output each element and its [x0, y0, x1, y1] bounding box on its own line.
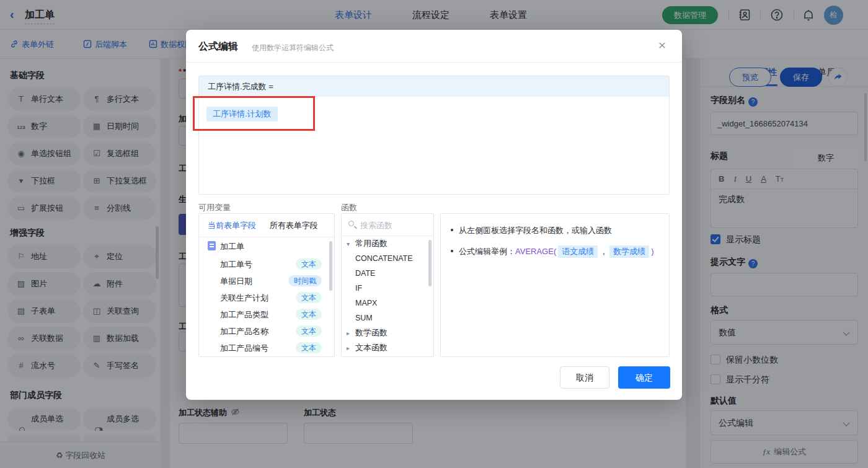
- variables-scrollbar[interactable]: [329, 241, 332, 291]
- function-item[interactable]: MAPX: [342, 296, 433, 311]
- variables-panel: 当前表单字段 所有表单字段 加工单 加工单号文本 单据日期时间戳 关联生产计划文…: [198, 213, 335, 357]
- example-field-chip: 数学成绩: [609, 245, 649, 258]
- type-badge: 文本: [296, 309, 322, 320]
- variable-row[interactable]: 关联生产计划文本: [199, 289, 334, 306]
- type-badge: 文本: [296, 342, 322, 353]
- formula-editor: 工序详情.完成数 = 工序详情.计划数: [198, 76, 670, 195]
- variable-row[interactable]: 加工产品编号文本: [199, 340, 334, 356]
- function-search-input[interactable]: [360, 218, 428, 232]
- type-badge: 文本: [296, 325, 322, 337]
- variables-tabs: 当前表单字段 所有表单字段: [199, 214, 334, 237]
- tip-line-2: 公式编辑举例：AVERAGE(语文成绩，数学成绩): [451, 245, 659, 258]
- type-badge: 文本: [296, 258, 322, 270]
- variable-row[interactable]: 加工单号文本: [199, 256, 334, 273]
- type-badge: 时间戳: [288, 275, 322, 286]
- tree-root-form[interactable]: 加工单: [199, 237, 334, 256]
- tab-all-form-fields[interactable]: 所有表单字段: [270, 214, 318, 237]
- annotation-highlight-box: [193, 96, 315, 131]
- functions-panel: ▾常用函数 CONCATENATE DATE IF MAPX SUM ▸数学函数…: [341, 213, 434, 357]
- formula-target: 工序详情.完成数 =: [199, 76, 669, 97]
- function-group-math[interactable]: ▸数学函数: [342, 325, 433, 340]
- tab-current-form-fields[interactable]: 当前表单字段: [208, 214, 256, 237]
- function-item[interactable]: SUM: [342, 311, 433, 325]
- functions-scrollbar[interactable]: [428, 240, 432, 286]
- cancel-button[interactable]: 取消: [560, 366, 609, 389]
- tip-line-1: 从左侧面板选择字段名和函数，或输入函数: [451, 225, 659, 236]
- functions-label: 函数: [341, 202, 357, 213]
- search-icon: [348, 221, 354, 226]
- function-item[interactable]: DATE: [342, 266, 433, 281]
- bullet-icon: [451, 229, 453, 231]
- close-icon[interactable]: ×: [658, 38, 666, 51]
- formula-editor-modal: 公式编辑 使用数学运算符编辑公式 × 工序详情.完成数 = 工序详情.计划数 可…: [186, 30, 682, 400]
- function-item[interactable]: IF: [342, 281, 433, 296]
- divider: [186, 62, 682, 63]
- modal-subtitle: 使用数学运算符编辑公式: [252, 43, 334, 53]
- function-search: [342, 214, 433, 236]
- form-document-icon: [208, 241, 216, 250]
- modal-title: 公式编辑: [198, 40, 238, 53]
- function-group-text[interactable]: ▸文本函数: [342, 340, 433, 355]
- tips-panel: 从左侧面板选择字段名和函数，或输入函数 公式编辑举例：AVERAGE(语文成绩，…: [440, 213, 670, 357]
- bullet-icon: [451, 250, 453, 252]
- type-badge: 文本: [296, 292, 322, 303]
- function-item[interactable]: CONCATENATE: [342, 251, 433, 266]
- app-root: ‹ 加工单 表单设计 流程设定 表单设置 数据管理 检 表单外链: [0, 0, 868, 468]
- variable-row[interactable]: 文本: [199, 356, 334, 357]
- variables-label: 可用变量: [198, 202, 231, 213]
- example-field-chip: 语文成绩: [558, 245, 598, 258]
- variable-row[interactable]: 加工产品名称文本: [199, 323, 334, 340]
- function-group-common[interactable]: ▾常用函数: [342, 236, 433, 251]
- variable-row[interactable]: 加工产品类型文本: [199, 306, 334, 323]
- variable-row[interactable]: 单据日期时间戳: [199, 273, 334, 289]
- confirm-button[interactable]: 确定: [618, 366, 670, 389]
